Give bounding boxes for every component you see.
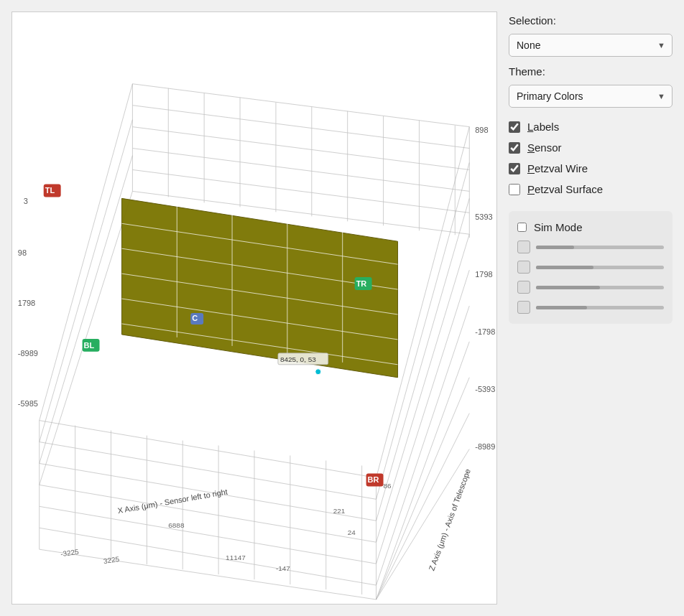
labels-checkbox-row: Labels bbox=[509, 119, 673, 134]
svg-line-45 bbox=[40, 84, 133, 421]
svg-text:98: 98 bbox=[18, 248, 27, 257]
labels-checkbox-label[interactable]: Labels bbox=[527, 121, 559, 133]
svg-text:898: 898 bbox=[475, 126, 488, 134]
point-label: 8425, 0, 53 bbox=[280, 355, 316, 363]
svg-text:-8989: -8989 bbox=[18, 349, 38, 358]
svg-text:86: 86 bbox=[384, 482, 392, 490]
svg-text:3: 3 bbox=[24, 197, 28, 205]
tl-label: TL bbox=[45, 186, 55, 195]
selection-dropdown[interactable]: None TL TR BL BR bbox=[509, 34, 673, 57]
svg-line-41 bbox=[376, 342, 470, 599]
svg-text:-8989: -8989 bbox=[475, 442, 495, 451]
svg-line-17 bbox=[40, 421, 376, 478]
svg-line-3 bbox=[132, 149, 469, 192]
svg-line-4 bbox=[132, 169, 469, 213]
z-axis-label: Z Axis (μm) - Axis of Telescope bbox=[427, 467, 472, 571]
svg-text:-3225: -3225 bbox=[60, 548, 79, 559]
svg-text:6888: 6888 bbox=[168, 521, 185, 529]
slider-track-4[interactable] bbox=[536, 306, 664, 309]
sim-mode-header: Sim Mode bbox=[517, 221, 664, 233]
svg-text:1798: 1798 bbox=[475, 270, 492, 279]
selection-label: Selection: bbox=[509, 14, 673, 27]
sidebar: Selection: None TL TR BL BR ▼ Theme: Pri… bbox=[497, 0, 684, 616]
slider-thumb-2 bbox=[517, 261, 530, 274]
svg-text:3225: 3225 bbox=[103, 555, 120, 565]
svg-text:24: 24 bbox=[348, 528, 356, 536]
svg-line-22 bbox=[40, 528, 376, 585]
svg-line-21 bbox=[40, 506, 376, 564]
sensor-checkbox[interactable] bbox=[509, 142, 520, 154]
sensor-checkbox-label[interactable]: Sensor bbox=[527, 141, 562, 154]
slider-thumb-4 bbox=[517, 301, 530, 314]
slider-thumb-1 bbox=[517, 241, 530, 253]
slider-track-1[interactable] bbox=[536, 246, 664, 249]
slider-row-1 bbox=[517, 241, 664, 253]
3d-scene: 898 5393 1798 -1798 -5393 -8989 3 98 179… bbox=[12, 12, 496, 604]
slider-thumb-3 bbox=[517, 281, 530, 294]
svg-line-23 bbox=[40, 549, 376, 599]
svg-line-48 bbox=[40, 191, 133, 485]
app-container: 898 5393 1798 -1798 -5393 -8989 3 98 179… bbox=[0, 0, 684, 616]
sim-mode-checkbox[interactable] bbox=[517, 223, 527, 232]
slider-row-4 bbox=[517, 301, 664, 314]
3d-viewport[interactable]: 898 5393 1798 -1798 -5393 -8989 3 98 179… bbox=[11, 11, 497, 605]
svg-text:-5393: -5393 bbox=[475, 385, 495, 393]
theme-dropdown[interactable]: Primary Colors Monochrome Classic bbox=[509, 85, 673, 108]
svg-line-0 bbox=[132, 84, 469, 127]
svg-text:1798: 1798 bbox=[18, 299, 35, 307]
svg-text:221: 221 bbox=[333, 507, 346, 515]
theme-section: Theme: Primary Colors Monochrome Classic… bbox=[509, 65, 673, 108]
checkboxes-section: Labels Sensor Petzval Wire Petzval Surfa… bbox=[509, 119, 673, 197]
labels-checkbox[interactable] bbox=[509, 121, 520, 133]
petzval-wire-checkbox[interactable] bbox=[509, 163, 520, 174]
petzval-surface-checkbox[interactable] bbox=[509, 184, 520, 195]
petzval-surface-checkbox-row: Petzval Surface bbox=[509, 182, 673, 197]
slider-row-2 bbox=[517, 261, 664, 274]
svg-text:11147: 11147 bbox=[226, 554, 246, 561]
petzval-wire-checkbox-row: Petzval Wire bbox=[509, 161, 673, 176]
petzval-surface-checkbox-label[interactable]: Petzval Surface bbox=[527, 183, 603, 195]
svg-line-1 bbox=[132, 106, 469, 149]
svg-line-47 bbox=[40, 156, 133, 464]
br-label: BR bbox=[368, 475, 379, 484]
data-point bbox=[315, 369, 321, 375]
center-label: C bbox=[192, 314, 198, 322]
slider-track-3[interactable] bbox=[536, 286, 664, 289]
tr-label: TR bbox=[356, 279, 367, 288]
selection-dropdown-wrapper: None TL TR BL BR ▼ bbox=[509, 34, 673, 57]
sim-mode-label[interactable]: Sim Mode bbox=[534, 221, 583, 233]
bl-label: BL bbox=[84, 341, 95, 350]
sim-mode-box: Sim Mode bbox=[509, 211, 673, 324]
theme-label: Theme: bbox=[509, 65, 673, 78]
svg-text:-147: -147 bbox=[276, 564, 290, 572]
petzval-wire-checkbox-label[interactable]: Petzval Wire bbox=[527, 162, 588, 174]
svg-text:-1798: -1798 bbox=[475, 327, 495, 336]
svg-line-46 bbox=[40, 120, 133, 442]
svg-text:-5985: -5985 bbox=[18, 399, 38, 408]
slider-row-3 bbox=[517, 281, 664, 294]
svg-line-2 bbox=[132, 127, 469, 170]
svg-text:5393: 5393 bbox=[475, 213, 492, 221]
theme-dropdown-wrapper: Primary Colors Monochrome Classic ▼ bbox=[509, 85, 673, 108]
slider-track-2[interactable] bbox=[536, 266, 664, 269]
selection-section: Selection: None TL TR BL BR ▼ bbox=[509, 14, 673, 57]
sensor-checkbox-row: Sensor bbox=[509, 140, 673, 155]
